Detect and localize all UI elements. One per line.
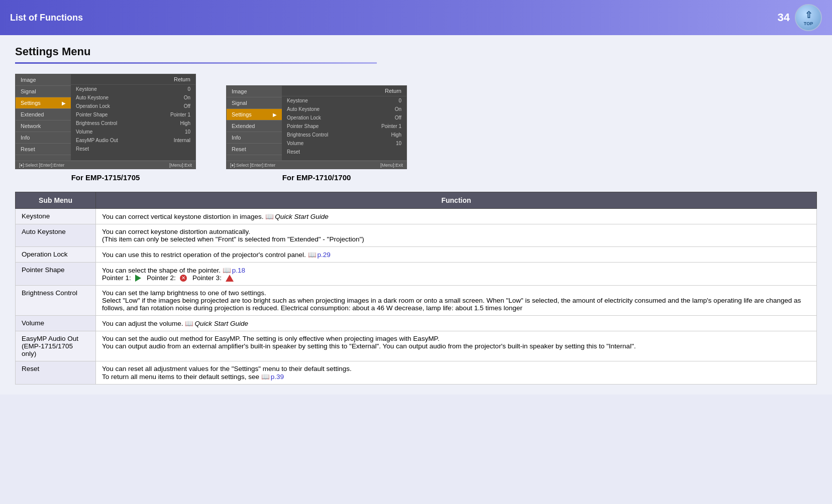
- menu1-item-reset: Reset: [16, 144, 71, 155]
- menu2-item-extended: Extended: [227, 120, 282, 132]
- page-content: Settings Menu Image Signal Settings ▶ Ex…: [0, 35, 832, 395]
- table-row-reset: Reset You can reset all adjustment value…: [16, 361, 817, 385]
- menu1-return: Return: [71, 74, 195, 85]
- link-p39[interactable]: p.39: [271, 373, 284, 381]
- menu1-footer: [♦]:Select [Enter]:Enter [Menu]:Exit: [15, 161, 196, 169]
- menu1-row-easymp: EasyMP Audio OutInternal: [71, 136, 195, 145]
- table-row-keystone: Keystone You can correct vertical keysto…: [16, 209, 817, 224]
- table-row-autokeystone: Auto Keystone You can correct keystone d…: [16, 224, 817, 247]
- menu2-return: Return: [282, 86, 406, 96]
- sub-brightness: Brightness Control: [16, 286, 96, 316]
- func-oplock: You can use this to restrict operation o…: [96, 247, 817, 263]
- menu2-row-brightness: Brightness ControlHigh: [282, 131, 406, 139]
- menu1-left: Image Signal Settings ▶ Extended Network…: [16, 74, 71, 160]
- book-icon-pointer: [223, 267, 232, 274]
- section-divider: [15, 62, 377, 64]
- col-function: Function: [96, 192, 817, 209]
- func-easymp: You can set the audio out method for Eas…: [96, 331, 817, 361]
- menu1-item-image: Image: [16, 74, 71, 86]
- sub-keystone: Keystone: [16, 209, 96, 224]
- table-row-volume: Volume You can adjust the volume. Quick …: [16, 316, 817, 331]
- menu2-item-image: Image: [227, 86, 282, 97]
- sub-oplock: Operation Lock: [16, 247, 96, 263]
- menu2-right: Return Keystone0 Auto KeystoneOn Operati…: [282, 86, 406, 160]
- menu1-footer-right: [Menu]:Exit: [169, 163, 192, 168]
- menu1-row-volume: Volume10: [71, 128, 195, 136]
- header: List of Functions 34 ⇧ TOP: [0, 0, 832, 35]
- link-p18[interactable]: p.18: [232, 267, 245, 274]
- menu1-item-signal: Signal: [16, 86, 71, 97]
- menu2-item-reset: Reset: [227, 144, 282, 155]
- func-reset: You can reset all adjustment values for …: [96, 361, 817, 385]
- menu1-item-settings[interactable]: Settings ▶: [16, 97, 71, 109]
- menu1: Image Signal Settings ▶ Extended Network…: [15, 74, 196, 161]
- table-row-easymp: EasyMP Audio Out(EMP-1715/1705only) You …: [16, 331, 817, 361]
- func-brightness: You can set the lamp brightness to one o…: [96, 286, 817, 316]
- header-right: 34 ⇧ TOP: [778, 4, 822, 31]
- menu1-row-oplock: Operation LockOff: [71, 102, 195, 110]
- menu1-right: Return Keystone0 Auto KeystoneOn Operati…: [71, 74, 195, 160]
- menu2-row-resetitem: Reset: [282, 148, 406, 156]
- menu1-container: Image Signal Settings ▶ Extended Network…: [15, 74, 196, 182]
- sub-easymp: EasyMP Audio Out(EMP-1715/1705only): [16, 331, 96, 361]
- book-icon-oplock: [308, 251, 318, 259]
- pointer2-icon: ✕: [180, 275, 187, 282]
- func-volume: You can adjust the volume. Quick Start G…: [96, 316, 817, 331]
- col-submenu: Sub Menu: [16, 192, 96, 209]
- func-autokeystone: You can correct keystone distortion auto…: [96, 224, 817, 247]
- top-badge[interactable]: ⇧ TOP: [795, 4, 822, 31]
- page-number: 34: [778, 11, 790, 24]
- menu2-footer-right: [Menu]:Exit: [380, 163, 403, 168]
- function-table: Sub Menu Function Keystone You can corre…: [15, 192, 817, 385]
- guide-keystone: Quick Start Guide: [275, 213, 329, 220]
- menu2-row-pointer: Pointer ShapePointer 1: [282, 122, 406, 131]
- menu1-row-autokeystone: Auto KeystoneOn: [71, 93, 195, 102]
- menu1-item-info: Info: [16, 132, 71, 144]
- menu1-item-extended: Extended: [16, 109, 71, 120]
- menu1-row-pointer: Pointer ShapePointer 1: [71, 110, 195, 119]
- sub-reset: Reset: [16, 361, 96, 385]
- table-row-brightness: Brightness Control You can set the lamp …: [16, 286, 817, 316]
- menu2-container: Image Signal Settings ▶ Extended Info Re…: [226, 85, 407, 182]
- menu2-left: Image Signal Settings ▶ Extended Info Re…: [227, 86, 282, 160]
- menu2-footer: [♦]:Select [Enter]:Enter [Menu]:Exit: [226, 161, 407, 169]
- book-icon-volume: [185, 320, 194, 327]
- menu2-item-signal: Signal: [227, 97, 282, 109]
- menu1-footer-left: [♦]:Select [Enter]:Enter: [19, 163, 64, 168]
- menu2: Image Signal Settings ▶ Extended Info Re…: [226, 85, 407, 161]
- sub-pointer: Pointer Shape: [16, 263, 96, 286]
- menu2-row-keystone: Keystone0: [282, 96, 406, 105]
- menu2-footer-left: [♦]:Select [Enter]:Enter: [230, 163, 275, 168]
- menu1-row-keystone: Keystone0: [71, 85, 195, 93]
- header-title: List of Functions: [10, 13, 83, 23]
- menu2-row-volume: Volume10: [282, 139, 406, 148]
- pointer1-icon: [135, 275, 141, 282]
- menu2-item-info: Info: [227, 132, 282, 144]
- menu1-item-network: Network: [16, 120, 71, 132]
- sub-autokeystone: Auto Keystone: [16, 224, 96, 247]
- menu2-item-settings[interactable]: Settings ▶: [227, 109, 282, 120]
- menu1-right-spacer: [71, 153, 195, 160]
- menu1-row-brightness: Brightness ControlHigh: [71, 119, 195, 128]
- pointer3-icon: [226, 275, 234, 282]
- link-p29[interactable]: p.29: [318, 251, 331, 259]
- settings-arrow-icon: ▶: [62, 100, 66, 106]
- menu2-row-autokeystone: Auto KeystoneOn: [282, 105, 406, 113]
- sub-volume: Volume: [16, 316, 96, 331]
- menu2-row-oplock: Operation LockOff: [282, 113, 406, 122]
- menu1-label: For EMP-1715/1705: [71, 173, 140, 182]
- menu2-spacer: [227, 155, 282, 160]
- book-icon-keystone: [265, 213, 275, 220]
- menu2-right-spacer: [282, 156, 406, 160]
- func-pointer: You can select the shape of the pointer.…: [96, 263, 817, 286]
- table-row-oplock: Operation Lock You can use this to restr…: [16, 247, 817, 263]
- table-row-pointer: Pointer Shape You can select the shape o…: [16, 263, 817, 286]
- menus-row: Image Signal Settings ▶ Extended Network…: [15, 74, 817, 182]
- menu2-settings-arrow-icon: ▶: [273, 112, 277, 117]
- top-label: TOP: [804, 21, 813, 26]
- section-title: Settings Menu: [15, 45, 817, 58]
- guide-volume: Quick Start Guide: [194, 320, 248, 327]
- menu2-label: For EMP-1710/1700: [282, 173, 351, 182]
- book-icon-reset: [261, 373, 271, 381]
- menu1-row-resetitem: Reset: [71, 145, 195, 153]
